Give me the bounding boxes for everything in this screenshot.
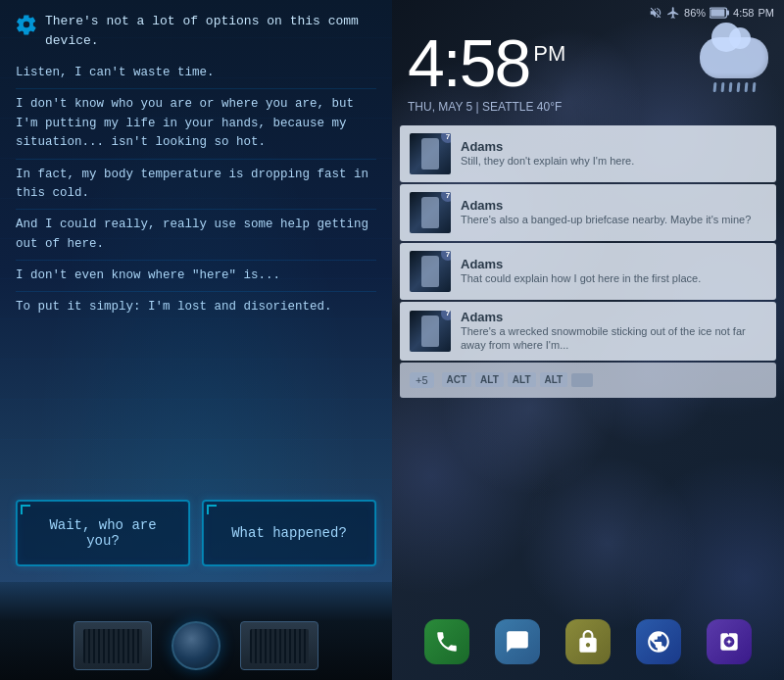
notif-badge-4: 7 [441, 311, 451, 320]
camera-icon [716, 629, 742, 655]
app-dock [392, 607, 784, 680]
message-icon [505, 629, 530, 655]
weather-widget [700, 37, 768, 92]
clock-time: 4:58 [408, 29, 529, 96]
speaker-box-left [74, 621, 152, 670]
city-text: SEATTLE [482, 100, 533, 114]
airplane-icon [666, 6, 680, 20]
status-bar: 86% 4:58 PM [392, 0, 784, 22]
chat-header: There's not a lot of options on this com… [0, 0, 392, 58]
notif-sender-2: Adams [461, 198, 766, 213]
thumb-figure-1 [421, 138, 439, 170]
globe-icon [646, 629, 671, 655]
left-panel: There's not a lot of options on this com… [0, 0, 392, 680]
clock-area: 4:58 PM [392, 22, 784, 100]
message-2: I don't know who you are or where you ar… [16, 89, 376, 159]
keyboard-icon [571, 373, 593, 387]
thumb-figure-2 [421, 197, 439, 228]
notifications-list: 7 Adams Still, they don't explain why I'… [392, 125, 784, 398]
comm-device [172, 621, 220, 670]
act-badge-4: ALT [540, 372, 568, 387]
message-1: Listen, I can't waste time. [16, 58, 376, 89]
notif-card-1[interactable]: 7 Adams Still, they don't explain why I'… [400, 125, 776, 182]
gear-icon [16, 14, 37, 35]
dock-lock-button[interactable] [565, 619, 611, 664]
notif-sender-3: Adams [461, 257, 766, 271]
message-4: And I could really, really use some help… [16, 210, 376, 261]
notif-msg-1: Still, they don't explain why I'm here. [461, 154, 766, 168]
right-panel: 86% 4:58 PM 4:58 PM [392, 0, 784, 680]
notif-sender-1: Adams [461, 139, 766, 154]
battery-icon [710, 7, 729, 19]
choice-buttons: Wait, who are you? What happened? [0, 484, 392, 582]
notif-card-3[interactable]: 7 Adams That could explain how I got her… [400, 243, 776, 300]
notif-msg-3: That could explain how I got here in the… [461, 271, 766, 285]
notif-content-2: Adams There's also a banged-up briefcase… [461, 198, 766, 226]
svg-rect-2 [710, 9, 724, 17]
phone-icon [434, 629, 460, 655]
mute-icon [649, 6, 662, 20]
notif-content-3: Adams That could explain how I got here … [461, 257, 766, 285]
dock-message-button[interactable] [495, 619, 540, 664]
rain-line-5 [744, 82, 748, 92]
temp-text: 40°F [537, 100, 562, 114]
notif-content-4: Adams There's a wrecked snowmobile stick… [461, 310, 766, 353]
battery-level: 86% [684, 7, 706, 19]
dock-camera-button[interactable] [707, 619, 752, 664]
rain-line-4 [736, 82, 740, 92]
dock-phone-button[interactable] [424, 619, 469, 664]
lock-icon [575, 629, 601, 655]
rain-line-3 [728, 82, 732, 92]
notif-card-2[interactable]: 7 Adams There's also a banged-up briefca… [400, 184, 776, 241]
message-3: In fact, my body temperature is dropping… [16, 160, 376, 211]
notif-thumb-3: 7 [410, 251, 451, 292]
act-badges: ACT ALT ALT ALT [442, 372, 594, 387]
thumb-figure-4 [421, 316, 439, 347]
speaker-grille-right [250, 629, 309, 663]
rain-line-6 [752, 82, 756, 92]
notif-thumb-4: 7 [410, 311, 451, 352]
notif-card-4[interactable]: 7 Adams There's a wrecked snowmobile sti… [400, 302, 776, 361]
date-text: THU, MAY 5 [408, 100, 472, 114]
notif-thumb-2: 7 [410, 192, 451, 233]
spacer [392, 398, 784, 607]
speaker-grille [83, 629, 142, 663]
notif-content-1: Adams Still, they don't explain why I'm … [461, 139, 766, 168]
notif-sender-4: Adams [461, 310, 766, 324]
speaker-box-right [240, 621, 318, 670]
act-badge-1: ACT [442, 372, 472, 387]
clock-left: 4:58 PM [408, 29, 565, 96]
clock-ampm: PM [533, 41, 565, 67]
status-time: 4:58 [733, 7, 754, 19]
act-badge-3: ALT [508, 372, 536, 387]
svg-rect-1 [727, 11, 730, 16]
notif-thumb-1: 7 [410, 133, 451, 174]
date-row: THU, MAY 5 | SEATTLE 40°F [392, 100, 784, 125]
notif-msg-2: There's also a banged-up briefcase nearb… [461, 213, 766, 226]
dock-globe-button[interactable] [636, 619, 681, 664]
more-notifications[interactable]: +5 ACT ALT ALT ALT [400, 363, 776, 398]
more-count: +5 [410, 372, 434, 388]
choice-button-2[interactable]: What happened? [202, 500, 376, 566]
choice-button-1[interactable]: Wait, who are you? [16, 500, 190, 566]
notif-msg-4: There's a wrecked snowmobile sticking ou… [461, 324, 766, 353]
cloud-icon [700, 37, 768, 78]
status-icons: 86% 4:58 PM [649, 6, 774, 20]
message-5: I don't even know where "here" is... [16, 261, 376, 292]
message-6: To put it simply: I'm lost and disorient… [16, 292, 376, 322]
rain-line-1 [712, 82, 716, 92]
bottom-scene [0, 582, 392, 680]
chat-messages: Listen, I can't waste time. I don't know… [0, 58, 392, 484]
status-ampm: PM [759, 7, 775, 19]
rain-icon [713, 78, 756, 92]
act-badge-2: ALT [475, 372, 504, 387]
thumb-figure-3 [421, 256, 439, 287]
chat-header-text: There's not a lot of options on this com… [45, 12, 376, 50]
rain-line-2 [720, 82, 724, 92]
scene-elements [74, 621, 318, 680]
